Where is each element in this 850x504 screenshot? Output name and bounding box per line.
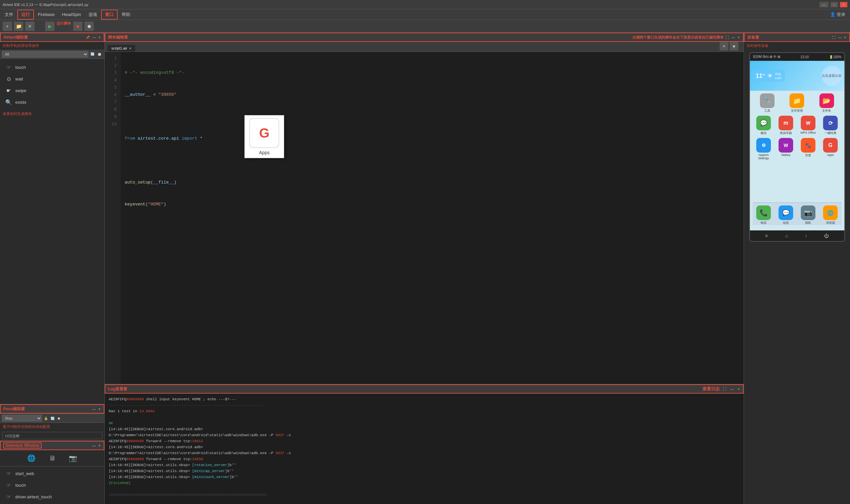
selenium-item-driver-touch[interactable]: ☞ driver.airtest_touch [0, 491, 104, 503]
app-cell-filemanager[interactable]: 📁 文件管理 [787, 93, 807, 113]
device-title: 设备窗 [747, 35, 759, 40]
code-area[interactable]: 12345 678910 # -*- encoding=utf8 -*- __a… [105, 52, 744, 384]
app-cell-tools[interactable]: 🔧 工具 [757, 93, 777, 113]
login-button[interactable]: 👤 登录 [827, 10, 849, 19]
app-cell-wakey[interactable]: W Wakey [776, 138, 796, 160]
poco-record-btn[interactable]: ⏺ [56, 417, 61, 420]
airtest-item-swipe[interactable]: ☛ swipe [0, 85, 104, 96]
airtest-panel-minimize[interactable]: — [92, 36, 96, 39]
run-script-label: 运行脚本 [56, 21, 71, 26]
log-minimize-btn[interactable]: — [730, 387, 734, 391]
nav-menu-icon[interactable]: ≡ [765, 233, 768, 238]
menu-headspin[interactable]: HeadSpin [59, 11, 85, 18]
menu-window[interactable]: 窗口 [101, 10, 118, 20]
nav-power-icon[interactable]: ⏻ [824, 233, 829, 238]
airtest-panel-controls: 📌 — × [85, 36, 101, 39]
maximize-button[interactable]: □ [830, 2, 838, 7]
airtest-record-btn[interactable]: ⏺ [96, 52, 102, 57]
selenium-item-start-web[interactable]: ☞ start_web [0, 468, 104, 480]
app-cell-apps[interactable]: G Apps [820, 138, 840, 160]
airtest-item-exists[interactable]: 🔍 exists [0, 96, 104, 108]
record-button[interactable]: ⏺ [85, 22, 94, 31]
selenium-panel-title: Selenium Window [3, 443, 41, 449]
selenium-panel-controls: — × [92, 444, 101, 448]
airtest-panel-close[interactable]: × [98, 36, 101, 39]
poco-refresh-btn[interactable]: 🔄 [50, 417, 55, 420]
selenium-panel-close[interactable]: × [98, 444, 101, 448]
log-close-btn[interactable]: × [737, 387, 740, 391]
log-line-empty2 [109, 486, 740, 492]
menu-options[interactable]: 选项 [85, 10, 101, 19]
app-cell-liyou[interactable]: m 里由学园 [776, 116, 796, 135]
app-cell-wechat[interactable]: 💬 微信 [754, 116, 774, 135]
close-button[interactable]: × [840, 2, 847, 7]
app-icon-graphic: G [249, 118, 279, 148]
app-icon-wechat: 💬 [756, 116, 771, 130]
close-file-button[interactable]: ✕ [25, 22, 35, 31]
editor-minimize-btn[interactable]: — [731, 36, 736, 39]
poco-lock-btn[interactable]: 🔒 [43, 417, 49, 420]
menu-run[interactable]: 运行 [17, 10, 34, 20]
device-close-btn[interactable]: × [843, 36, 847, 39]
app-cell-sms[interactable]: 💬 信息 [776, 205, 796, 225]
camera-icon[interactable]: 📷 [69, 454, 77, 462]
log-line-adb1: D:\Programmer\AirtestIDE\airtest\core\an… [109, 432, 740, 438]
globe-icon[interactable]: 🌐 [27, 454, 36, 462]
editor-fullscreen-btn[interactable]: ⛶ [725, 36, 730, 39]
menu-file[interactable]: 文件 [1, 10, 17, 19]
app-cell-rotate[interactable]: ⟳ 一键转屏 [820, 116, 840, 135]
app-cell-browser[interactable]: 🌐 浏览器 [820, 205, 840, 225]
app-row-1: 🔧 工具 📁 文件管理 📂 文件夹 [753, 93, 842, 113]
stop-button[interactable]: ■ [73, 22, 83, 31]
selenium-touch-label: touch [15, 483, 26, 488]
open-file-button[interactable]: 📁 [14, 22, 23, 31]
menu-firebase[interactable]: Firebase [35, 11, 58, 18]
app-name-rotate: 一键转屏 [825, 131, 836, 135]
airtest-refresh-btn[interactable]: 🔄 [90, 52, 95, 56]
app-cell-phone[interactable]: 📞 电话 [754, 205, 774, 225]
app-name-browser: 浏览器 [826, 221, 835, 225]
app-icon-overlay: G Apps [244, 115, 284, 158]
poco-panel-minimize[interactable]: — [92, 407, 96, 411]
app-cell-appium[interactable]: ⚙ Appium Settings [754, 138, 774, 160]
swipe-label: swipe [15, 88, 26, 93]
editor-dropdown-btn[interactable]: ▾ [730, 42, 738, 51]
device-fullscreen-btn[interactable]: ⛶ [831, 36, 836, 39]
app-cell-camera[interactable]: 📷 相机 [798, 205, 818, 225]
editor-add-image-btn[interactable]: + [720, 42, 728, 51]
poco-panel-close[interactable]: × [98, 407, 101, 411]
selenium-item-touch[interactable]: ☞ touch [0, 480, 104, 491]
log-fullscreen-btn[interactable]: ⛶ [722, 387, 727, 391]
app-icon-apps: G [823, 138, 838, 152]
nav-back-icon[interactable]: ‹ [806, 233, 807, 238]
device-minimize-btn[interactable]: — [837, 36, 842, 39]
airtest-item-wait[interactable]: ⊙ wait [0, 73, 104, 85]
tab-script1[interactable]: script1.air × [107, 45, 135, 52]
editor-close-btn[interactable]: × [737, 36, 740, 39]
code-editor[interactable]: # -*- encoding=utf8 -*- __author__ = "39… [121, 52, 744, 384]
new-file-button[interactable]: + [3, 22, 12, 31]
poco-select[interactable]: Stop [2, 415, 42, 421]
selenium-panel-minimize[interactable]: — [92, 444, 96, 448]
app-cell-baidu[interactable]: 🐾 百度 [798, 138, 818, 160]
airtest-select[interactable]: All [2, 51, 88, 57]
tab-close-icon[interactable]: × [129, 47, 131, 50]
poco-tree[interactable]: UI渲染树 [2, 432, 102, 439]
menu-help[interactable]: 帮助 [118, 10, 134, 19]
monitor-icon[interactable]: 🖥 [49, 454, 55, 462]
app-name-filemanager: 文件管理 [791, 109, 803, 113]
airtest-panel-pin[interactable]: 📌 [85, 36, 90, 39]
window-controls[interactable]: — □ × [819, 2, 847, 7]
log-content[interactable]: AEZ9FIFQ99999999 shell input keyevent HO… [105, 394, 744, 504]
airtest-item-touch[interactable]: ☞ touch [0, 61, 104, 73]
nav-home-icon[interactable]: ⌂ [785, 233, 788, 238]
app-cell-folder[interactable]: 📂 文件夹 [817, 93, 837, 113]
selenium-panel: Selenium Window — × 🌐 🖥 📷 ☞ start_web ☞ [0, 440, 104, 504]
run-button[interactable]: ▶ [45, 22, 55, 31]
app-cell-wps[interactable]: W WPS Office [798, 116, 818, 135]
main-layout: Airtest辅助窗 📌 — × 控制手机的滑动等操作 All 🔄 ⏺ ☞ to… [0, 33, 850, 504]
poco-description: 基于UI组件识别的自动化配置 [0, 423, 104, 431]
minimize-button[interactable]: — [819, 2, 828, 7]
phone-frame[interactable]: 无SIM 0k/s ⊠ 中 ⊠ 13:10 🔋100% 11° ☀ 月拍1/0/… [749, 52, 845, 242]
phone-screen[interactable]: 11° ☀ 月拍1/0/0 点击桌面出发 [750, 61, 844, 230]
